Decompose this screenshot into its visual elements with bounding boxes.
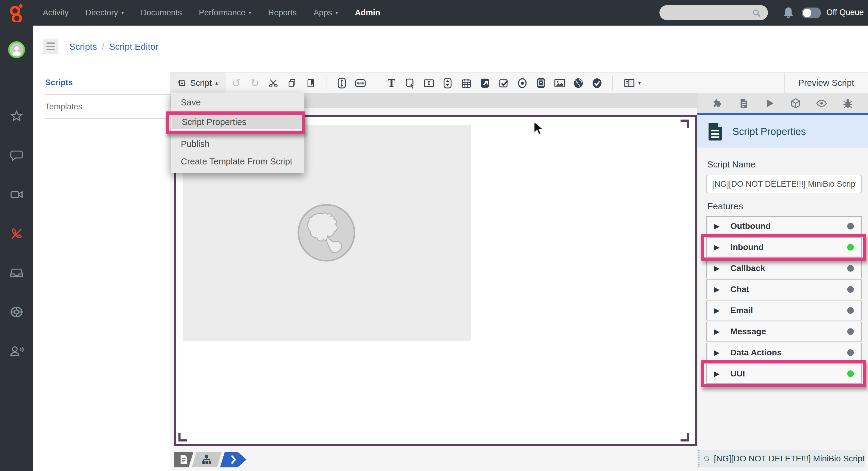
agent-speaking-icon[interactable] <box>9 344 24 358</box>
vertical-size-icon[interactable] <box>336 77 347 90</box>
undo-button[interactable]: ↺ <box>230 77 242 90</box>
feature-row-callback[interactable]: ▶ Callback <box>706 258 862 278</box>
phone-disabled-icon[interactable] <box>10 227 24 241</box>
support-ring-icon[interactable] <box>9 305 24 319</box>
script-scroll-icon <box>178 78 187 88</box>
expand-triangle-icon: ▶ <box>714 286 719 293</box>
nav-item-apps[interactable]: Apps ▾ <box>313 8 338 18</box>
menu-item-save[interactable]: Save <box>170 94 304 111</box>
script-menu-label: Script <box>190 78 212 88</box>
copy-icon[interactable] <box>286 77 298 90</box>
image-tool-icon[interactable] <box>554 77 565 90</box>
expand-triangle-icon: ▶ <box>714 223 719 230</box>
inbox-icon[interactable] <box>10 266 24 280</box>
panel-icon-strip <box>698 93 868 115</box>
structure-view-tab[interactable] <box>192 452 222 467</box>
breadcrumb-script-editor-link[interactable]: Script Editor <box>109 41 158 52</box>
expand-triangle-icon: ▶ <box>714 349 719 356</box>
feature-status-dot <box>847 286 854 293</box>
video-camera-icon[interactable] <box>9 188 24 201</box>
feature-label: Message <box>730 327 766 336</box>
paste-icon[interactable] <box>305 77 316 90</box>
feature-row-chat[interactable]: ▶ Chat <box>706 279 862 299</box>
pages-document-icon[interactable] <box>738 97 749 110</box>
canvas-corner-mark <box>179 433 187 441</box>
features-list: ▶ Outbound ▶ Inbound ▶ Callback ▶ Chat ▶… <box>706 216 862 385</box>
chevron-right-icon <box>230 455 237 464</box>
nav-item-label: Apps <box>313 8 332 18</box>
feature-row-outbound[interactable]: ▶ Outbound <box>706 216 862 236</box>
chevron-down-icon: ▾ <box>249 10 251 16</box>
nav-item-reports[interactable]: Reports ▾ <box>268 8 297 18</box>
menu-item-publish[interactable]: Publish <box>170 135 304 153</box>
menu-hamburger-button[interactable] <box>43 38 59 54</box>
feature-label: Data Actions <box>730 348 781 358</box>
sidebar-item-templates[interactable]: Templates <box>45 95 170 119</box>
breadcrumb-scripts-link[interactable]: Scripts <box>69 41 97 52</box>
checkbox-tool-icon[interactable] <box>498 77 509 90</box>
resources-cube-icon[interactable] <box>790 97 801 110</box>
panel-title: Script Properties <box>733 126 806 137</box>
feature-label: UUI <box>730 369 745 378</box>
hyperlink-tool-icon[interactable] <box>479 77 491 90</box>
expand-triangle-icon: ▶ <box>714 265 719 272</box>
horizontal-size-icon[interactable] <box>355 77 366 90</box>
nav-item-admin[interactable]: Admin ▾ <box>355 8 380 18</box>
chat-bubble-icon[interactable] <box>10 148 24 162</box>
input-tool-icon[interactable] <box>423 77 435 90</box>
cut-icon[interactable] <box>268 77 279 90</box>
top-bar: Activity ▾ Directory ▾ Documents ▾ Perfo… <box>0 0 868 26</box>
preview-eye-icon[interactable] <box>816 97 827 110</box>
submit-tool-icon[interactable] <box>591 77 603 90</box>
click-tool-icon[interactable] <box>404 77 416 90</box>
queue-status-toggle[interactable] <box>802 7 821 19</box>
sitemap-icon <box>202 455 212 465</box>
user-avatar[interactable] <box>8 41 25 58</box>
web-tool-icon[interactable] <box>572 77 584 90</box>
menu-item-create-template-from-script[interactable]: Create Template From Script <box>170 153 304 170</box>
feature-status-dot <box>847 307 854 314</box>
script-name-input[interactable] <box>706 175 862 193</box>
script-dropdown-menu: Save Script Properties Publish Create Te… <box>170 93 304 173</box>
expand-triangle-icon: ▶ <box>714 307 719 314</box>
redo-button[interactable]: ↻ <box>249 77 260 90</box>
feature-row-message[interactable]: ▶ Message <box>706 322 862 341</box>
components-puzzle-icon[interactable] <box>712 97 723 110</box>
text-tool-icon[interactable]: T <box>386 77 397 90</box>
script-menu-button[interactable]: Script ▴ <box>170 73 225 94</box>
expand-triangle-icon: ▶ <box>714 370 719 377</box>
feature-row-uui[interactable]: ▶ UUI <box>706 364 862 384</box>
notifications-bell-icon[interactable] <box>782 6 795 20</box>
favorites-star-icon[interactable] <box>10 109 24 123</box>
nav-item-label: Reports <box>268 8 297 18</box>
scripts-side-panel: Scripts Templates <box>33 71 170 471</box>
radio-tool-icon[interactable] <box>517 77 528 90</box>
spinner-tool-icon[interactable] <box>442 77 453 90</box>
canvas-corner-mark <box>681 433 689 441</box>
nav-item-directory[interactable]: Directory ▾ <box>86 8 124 18</box>
search-icon <box>752 8 761 18</box>
nav-item-performance[interactable]: Performance ▾ <box>199 8 251 18</box>
feature-label: Chat <box>730 284 749 294</box>
sidebar-item-scripts[interactable]: Scripts <box>45 71 170 95</box>
menu-item-script-properties[interactable]: Script Properties <box>170 114 304 130</box>
calendar-tool-icon[interactable] <box>461 77 472 90</box>
layout-tool-icon[interactable]: ▼ <box>622 77 644 90</box>
menu-item-label: Save <box>181 98 201 107</box>
feature-row-data-actions[interactable]: ▶ Data Actions <box>706 343 862 363</box>
current-script-chip[interactable]: [NG][DO NOT DELETE!!!] MiniBio Script <box>698 450 865 467</box>
queue-status-label: Off Queue <box>827 8 864 17</box>
person-icon <box>10 44 23 57</box>
dropdown-tool-icon[interactable] <box>535 77 547 90</box>
feature-row-inbound[interactable]: ▶ Inbound <box>706 237 862 257</box>
nav-item-documents[interactable]: Documents ▾ <box>141 8 182 18</box>
feature-label: Inbound <box>730 242 764 252</box>
menu-item-label: Publish <box>181 139 210 149</box>
run-play-icon[interactable] <box>764 97 775 110</box>
debug-bug-icon[interactable] <box>842 97 854 110</box>
nav-item-activity[interactable]: Activity ▾ <box>43 8 69 18</box>
nav-item-label: Performance <box>199 8 246 18</box>
feature-row-email[interactable]: ▶ Email <box>706 301 862 321</box>
preview-script-button[interactable]: Preview Script <box>784 73 868 94</box>
toolbar-divider <box>376 76 376 90</box>
